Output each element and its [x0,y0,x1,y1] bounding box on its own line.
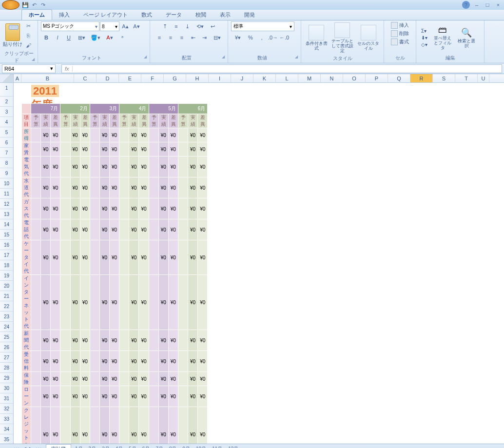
cell[interactable]: ¥0 [168,275,178,330]
cell[interactable] [90,128,99,142]
clear-button[interactable]: ◇▾ [419,41,429,48]
cell[interactable] [31,240,41,275]
cell[interactable]: ¥0 [99,177,109,198]
cell[interactable]: ¥0 [99,219,109,240]
cell[interactable]: ¥0 [70,156,80,177]
cell[interactable] [60,407,70,444]
cell[interactable] [119,372,129,386]
cell[interactable]: ¥0 [158,142,168,156]
cell[interactable] [31,372,41,386]
cell[interactable]: ¥0 [188,198,198,219]
cell[interactable]: ¥0 [110,330,119,351]
col-header-Q[interactable]: Q [388,74,410,82]
cell[interactable]: ¥0 [139,219,149,240]
cell[interactable] [119,198,129,219]
cell[interactable] [149,128,158,142]
cell[interactable]: ¥0 [70,330,80,351]
align-right-icon[interactable]: ≡ [176,33,187,42]
col-header-O[interactable]: O [343,74,366,82]
cell[interactable]: ¥0 [99,240,109,275]
sheet-nav-num[interactable]: 1月 [72,445,86,448]
cell[interactable]: ¥0 [129,177,139,198]
col-header-C[interactable]: C [74,74,97,82]
select-all-corner[interactable] [0,74,14,82]
cell[interactable] [178,330,188,351]
sheet-nav-num[interactable]: 8月 [166,445,180,448]
cell[interactable]: ¥0 [80,386,90,407]
save-icon[interactable]: 💾 [21,1,29,9]
cell[interactable]: ¥0 [158,156,168,177]
border-button[interactable]: ⊞▾ [75,33,88,42]
cell[interactable]: ¥0 [168,386,178,407]
cell[interactable]: ¥0 [188,372,198,386]
cell[interactable]: ¥0 [158,219,168,240]
cell[interactable]: ¥0 [139,351,149,372]
cell[interactable]: ¥0 [198,372,208,386]
cell[interactable]: ¥0 [139,372,149,386]
restore-icon[interactable]: □ [484,1,491,9]
cell[interactable]: ¥0 [41,219,51,240]
col-header-U[interactable]: U [478,74,489,82]
cell[interactable]: ¥0 [168,156,178,177]
minimize-icon[interactable]: – [473,1,481,9]
row-header-35[interactable]: 35 [0,434,13,444]
cell[interactable] [178,198,188,219]
cell[interactable]: ¥0 [188,128,198,142]
cell[interactable]: ¥0 [99,351,109,372]
cell[interactable]: ¥0 [139,177,149,198]
comma-icon[interactable]: , [256,33,267,42]
cell[interactable]: ¥0 [188,351,198,372]
cell[interactable] [60,198,70,219]
cell[interactable]: ¥0 [99,275,109,330]
delete-cells-button[interactable]: 削除 [389,30,411,38]
cell[interactable] [60,240,70,275]
col-header-A[interactable]: A [14,74,21,82]
cell[interactable] [178,177,188,198]
cell[interactable] [178,219,188,240]
cell[interactable]: ¥0 [168,372,178,386]
cell[interactable]: ¥0 [51,156,60,177]
cell[interactable]: ¥0 [198,351,208,372]
cell[interactable] [149,219,158,240]
cell[interactable] [149,407,158,444]
cell[interactable]: ¥0 [139,128,149,142]
cell[interactable] [119,219,129,240]
wrap-text-icon[interactable]: ↩ [208,21,218,31]
sheet-nav-num[interactable]: 2月 [86,445,99,448]
cell[interactable]: ¥0 [158,128,168,142]
font-selector[interactable]: MS Pゴシック▾ [41,21,99,31]
cell[interactable] [149,177,158,198]
cell[interactable]: ¥0 [188,240,198,275]
cell[interactable]: ¥0 [70,219,80,240]
cell[interactable]: ¥0 [168,219,178,240]
cell[interactable]: ¥0 [70,351,80,372]
cell[interactable]: ¥0 [99,330,109,351]
cell[interactable] [31,407,41,444]
row-header-33[interactable]: 33 [0,414,13,424]
cell[interactable]: ¥0 [51,240,60,275]
cell[interactable]: ¥0 [70,128,80,142]
cell[interactable]: ¥0 [80,330,90,351]
cell[interactable]: ¥0 [139,198,149,219]
row-header-23[interactable]: 23 [0,312,13,322]
sheet-nav-num[interactable]: 12月 [225,445,241,448]
sheet-nav-num[interactable]: 3月 [99,445,113,448]
fill-color-button[interactable]: 🪣▾ [89,33,102,42]
cell[interactable] [90,386,99,407]
cell[interactable]: ¥0 [198,240,208,275]
formula-input[interactable]: fx [61,64,502,73]
row-header-29[interactable]: 29 [0,373,13,383]
cell[interactable] [60,275,70,330]
cell[interactable]: ¥0 [139,407,149,444]
row-header-32[interactable]: 32 [0,404,13,414]
cell[interactable]: ¥0 [198,198,208,219]
row-header-2[interactable]: 2 [0,97,13,107]
cell[interactable]: ¥0 [139,330,149,351]
row-header-25[interactable]: 25 [0,332,13,342]
row-header-15[interactable]: 15 [0,230,13,240]
cell[interactable]: ¥0 [158,372,168,386]
tab-pagelayout[interactable]: ページ レイアウト [77,10,135,20]
cell[interactable]: ¥0 [99,407,109,444]
cell[interactable]: ¥0 [70,372,80,386]
cell[interactable]: ¥0 [110,351,119,372]
